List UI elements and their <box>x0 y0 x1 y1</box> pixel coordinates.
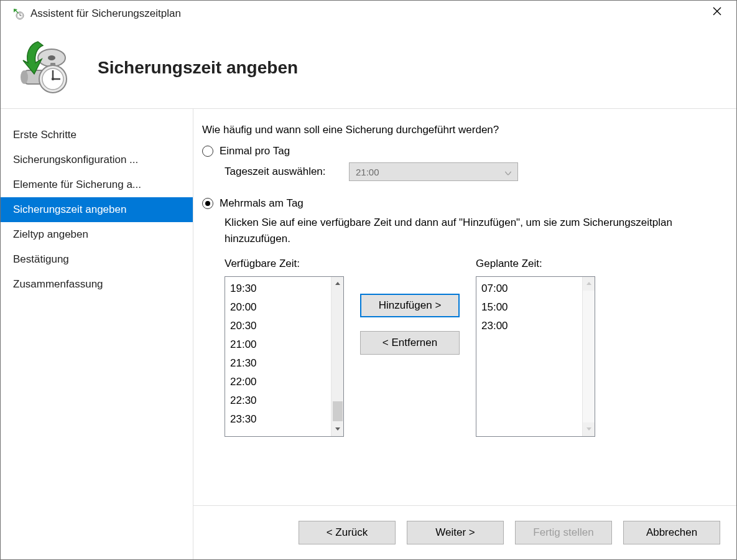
svg-point-9 <box>21 70 28 84</box>
back-button[interactable]: < Zurück <box>299 521 396 544</box>
list-item[interactable]: 20:30 <box>230 317 331 335</box>
available-scrollbar[interactable] <box>331 277 343 436</box>
time-lists-row: Verfügbare Zeit: 19:30 20:00 20:30 21:00… <box>225 258 718 437</box>
cancel-button-label: Abbrechen <box>646 526 697 539</box>
radio-once-per-day[interactable]: Einmal pro Tag <box>202 145 718 157</box>
radio-multiple-label: Mehrmals am Tag <box>220 197 304 210</box>
next-button-label: Weiter > <box>435 526 475 539</box>
close-icon <box>713 7 721 16</box>
available-column: Verfügbare Zeit: 19:30 20:00 20:30 21:00… <box>225 258 344 437</box>
scheduled-scrollbar[interactable] <box>582 277 595 436</box>
sidebar-item-zusammenfassung[interactable]: Zusammenfassung <box>1 272 193 297</box>
time-of-day-row: Tageszeit auswählen: 21:00 <box>225 162 718 181</box>
time-of-day-label: Tageszeit auswählen: <box>225 166 349 178</box>
sidebar-item-zieltyp[interactable]: Zieltyp angeben <box>1 222 193 247</box>
radio-multiple-per-day[interactable]: Mehrmals am Tag <box>202 197 718 210</box>
steps-sidebar: Erste Schritte Sicherungskonfiguration .… <box>1 109 193 559</box>
list-item[interactable]: 21:00 <box>230 335 331 354</box>
radio-once-label: Einmal pro Tag <box>220 145 290 157</box>
svg-rect-15 <box>50 63 55 66</box>
backup-schedule-hero-icon <box>16 38 75 98</box>
wizard-footer: < Zurück Weiter > Fertig stellen Abbrech… <box>193 505 736 559</box>
radio-multiple-icon <box>202 198 213 209</box>
sidebar-item-sicherungskonfiguration[interactable]: Sicherungskonfiguration ... <box>1 147 193 172</box>
list-item[interactable]: 07:00 <box>481 279 582 298</box>
sidebar-item-bestaetigung[interactable]: Bestätigung <box>1 247 193 272</box>
add-button-label: Hinzufügen > <box>379 299 442 312</box>
scroll-up-icon[interactable] <box>583 277 595 291</box>
list-item[interactable]: 20:00 <box>230 298 331 317</box>
header: Sicherungszeit angeben <box>1 27 736 109</box>
time-of-day-dropdown[interactable]: 21:00 <box>349 162 518 181</box>
frequency-prompt: Wie häufig und wann soll eine Sicherung … <box>202 124 718 136</box>
scheduled-listbox[interactable]: 07:00 15:00 23:00 <box>476 276 595 437</box>
list-item[interactable]: 21:30 <box>230 354 331 373</box>
scroll-down-icon[interactable] <box>583 422 595 436</box>
list-item[interactable]: 22:30 <box>230 391 331 410</box>
list-item[interactable]: 22:00 <box>230 373 331 391</box>
next-button[interactable]: Weiter > <box>407 521 504 544</box>
list-item[interactable]: 15:00 <box>481 298 582 317</box>
radio-once-icon <box>202 146 213 157</box>
transfer-buttons: Hinzufügen > < Entfernen <box>344 294 476 355</box>
svg-point-14 <box>52 77 54 80</box>
add-button[interactable]: Hinzufügen > <box>360 294 460 317</box>
window-title: Assistent für Sicherungszeitplan <box>30 7 703 20</box>
titlebar: Assistent für Sicherungszeitplan <box>1 1 736 27</box>
wizard-body: Erste Schritte Sicherungskonfiguration .… <box>1 109 736 559</box>
scheduled-label: Geplante Zeit: <box>476 258 595 270</box>
scroll-down-icon[interactable] <box>331 422 343 436</box>
finish-button[interactable]: Fertig stellen <box>515 521 612 544</box>
finish-button-label: Fertig stellen <box>533 526 593 539</box>
sidebar-item-erste-schritte[interactable]: Erste Schritte <box>1 123 193 147</box>
remove-button[interactable]: < Entfernen <box>360 331 460 355</box>
list-item[interactable]: 23:30 <box>230 410 331 429</box>
available-label: Verfügbare Zeit: <box>225 258 344 270</box>
sidebar-item-elemente[interactable]: Elemente für Sicherung a... <box>1 172 193 197</box>
back-button-label: < Zurück <box>327 526 368 539</box>
scroll-up-icon[interactable] <box>331 277 343 291</box>
time-of-day-value: 21:00 <box>356 167 511 177</box>
close-button[interactable] <box>703 2 731 21</box>
list-item[interactable]: 19:30 <box>230 279 331 298</box>
multiple-instruction: Klicken Sie auf eine verfügbare Zeit und… <box>225 215 672 248</box>
remove-button-label: < Entfernen <box>382 337 437 349</box>
app-icon <box>12 7 25 21</box>
page-title: Sicherungszeit angeben <box>98 58 298 78</box>
content-pane: Wie häufig und wann soll eine Sicherung … <box>193 109 736 559</box>
svg-point-7 <box>48 55 55 60</box>
scheduled-column: Geplante Zeit: 07:00 15:00 23:00 <box>476 258 595 437</box>
chevron-down-icon <box>505 167 511 177</box>
scroll-thumb[interactable] <box>333 401 343 421</box>
wizard-window: Assistent für Sicherungszeitplan <box>0 0 737 560</box>
list-item[interactable]: 23:00 <box>481 317 582 335</box>
sidebar-item-sicherungszeit[interactable]: Sicherungszeit angeben <box>1 197 193 222</box>
cancel-button[interactable]: Abbrechen <box>623 521 720 544</box>
available-listbox[interactable]: 19:30 20:00 20:30 21:00 21:30 22:00 22:3… <box>225 276 344 437</box>
